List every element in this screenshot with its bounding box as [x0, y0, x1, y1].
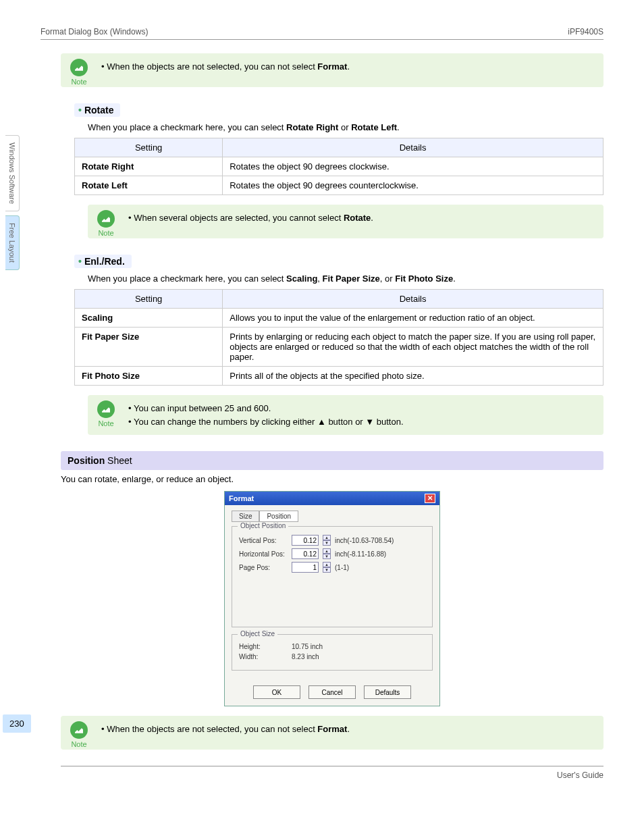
note-text: When the objects are not selected, you c…	[107, 724, 317, 734]
chevron-down-icon[interactable]: ▼	[323, 540, 331, 546]
label-vertical-pos: Vertical Pos:	[239, 537, 288, 544]
table-cell: Fit Photo Size	[75, 367, 223, 386]
header-left: Format Dialog Box (Windows)	[41, 27, 148, 36]
chevron-up-icon[interactable]: ▲	[323, 548, 331, 554]
subhead-rotate: •Rotate	[74, 103, 120, 117]
note-label: Note	[70, 78, 88, 86]
suffix: (1-1)	[335, 564, 349, 571]
table-cell: Prints by enlarging or reducing each obj…	[223, 328, 603, 367]
label-width: Width:	[239, 653, 288, 660]
suffix: inch(-8.11-16.88)	[335, 550, 386, 558]
note-text: When several objects are selected, you c…	[134, 213, 344, 223]
value-width: 8.23 inch	[292, 653, 319, 660]
subhead-enlred: •Enl./Red.	[74, 255, 132, 268]
footer-text: User's Guide	[557, 771, 603, 780]
section-position-sheet: Position Sheet	[61, 451, 603, 470]
format-dialog: Format ✕ Size Position Object Position V…	[224, 491, 440, 706]
th-setting: Setting	[75, 290, 223, 309]
note-label: Note	[97, 419, 115, 427]
horizontal-pos-input[interactable]	[292, 548, 319, 559]
chevron-down-icon[interactable]: ▼	[323, 567, 331, 573]
header-right: iPF9400S	[568, 27, 603, 36]
table-cell: Rotates the object 90 degrees counterclo…	[223, 176, 603, 195]
page-pos-input[interactable]	[292, 562, 319, 573]
th-details: Details	[223, 290, 603, 309]
table-cell: Rotates the object 90 degrees clockwise.	[223, 157, 603, 176]
suffix: inch(-10.63-708.54)	[335, 537, 394, 544]
label-page-pos: Page Pos:	[239, 564, 288, 571]
note-block: Note • When the objects are not selected…	[61, 716, 603, 750]
th-setting: Setting	[75, 138, 223, 157]
chevron-up-icon[interactable]: ▲	[323, 535, 331, 540]
chevron-down-icon[interactable]: ▼	[323, 554, 331, 559]
tab-size[interactable]: Size	[232, 511, 259, 522]
note-text: You can input between 25 and 600.	[134, 403, 271, 413]
tab-position[interactable]: Position	[259, 511, 298, 522]
table-cell: Rotate Right	[75, 157, 223, 176]
note-text: When the objects are not selected, you c…	[107, 61, 317, 72]
enlred-table: SettingDetails ScalingAllows you to inpu…	[74, 289, 603, 386]
rotate-table: SettingDetails Rotate RightRotates the o…	[74, 138, 603, 195]
table-cell: Scaling	[75, 309, 223, 328]
label-height: Height:	[239, 643, 288, 650]
note-icon	[70, 59, 88, 76]
spinner[interactable]: ▲▼	[323, 562, 331, 573]
close-icon[interactable]: ✕	[425, 494, 435, 503]
note-text: You can change the numbers by clicking e…	[134, 417, 404, 427]
table-cell: Rotate Left	[75, 176, 223, 195]
note-block: Note • When several objects are selected…	[88, 205, 603, 238]
section-intro: You can rotate, enlarge, or reduce an ob…	[61, 474, 603, 484]
table-cell: Fit Paper Size	[75, 328, 223, 367]
label-horizontal-pos: Horizontal Pos:	[239, 550, 288, 558]
fieldset-object-position: Object Position	[238, 522, 288, 529]
th-details: Details	[223, 138, 603, 157]
note-label: Note	[97, 229, 115, 237]
spinner[interactable]: ▲▼	[323, 548, 331, 559]
cancel-button[interactable]: Cancel	[308, 685, 356, 699]
table-cell: Prints all of the objects at the specifi…	[223, 367, 603, 386]
defaults-button[interactable]: Defaults	[364, 685, 411, 699]
note-icon	[97, 210, 115, 228]
fieldset-object-size: Object Size	[238, 630, 277, 637]
dialog-title: Format	[229, 494, 254, 502]
vertical-pos-input[interactable]	[292, 535, 319, 546]
spinner[interactable]: ▲▼	[323, 535, 331, 546]
note-icon	[97, 400, 115, 418]
chevron-up-icon[interactable]: ▲	[323, 562, 331, 567]
value-height: 10.75 inch	[292, 643, 323, 650]
note-block: Note • You can input between 25 and 600.…	[88, 395, 603, 435]
note-label: Note	[70, 740, 88, 748]
table-cell: Allows you to input the value of the enl…	[223, 309, 603, 328]
note-icon	[70, 721, 88, 739]
note-block: Note • When the objects are not selected…	[61, 53, 603, 87]
ok-button[interactable]: OK	[253, 685, 300, 699]
